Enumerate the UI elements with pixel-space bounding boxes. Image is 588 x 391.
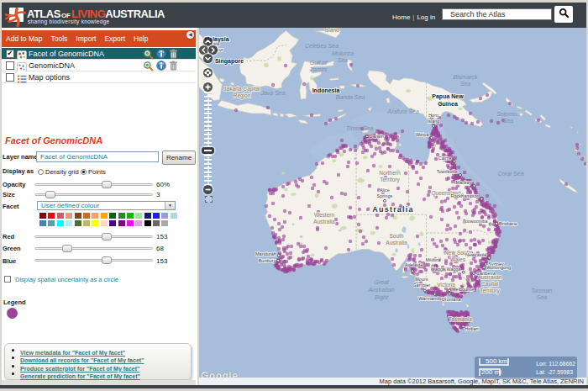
- layer-label: Facet of GenomicDNA: [29, 50, 104, 58]
- layer-row-genomicdna[interactable]: GenomicDNA: [2, 60, 196, 71]
- density-grid-radio[interactable]: [38, 169, 44, 175]
- uncertainty-checkbox[interactable]: [4, 276, 11, 283]
- map-canvas[interactable]: Celebes SeaIslandJava SeaGulf ofTominiMo…: [199, 28, 586, 385]
- facet-select[interactable]: User defined colour ▼: [37, 201, 176, 210]
- palette-swatch[interactable]: [101, 220, 108, 226]
- layer-row-facet-of-genomicdna[interactable]: ✔ Facet of GenomicDNA: [2, 48, 196, 60]
- palette-swatch[interactable]: [48, 220, 55, 226]
- map-label: Gulf of: [310, 60, 328, 66]
- palette-swatch[interactable]: [39, 213, 46, 219]
- opacity-slider-handle[interactable]: [102, 181, 112, 188]
- blue-slider-handle[interactable]: [102, 256, 112, 264]
- zoom-out-button[interactable]: [203, 185, 213, 194]
- link-item: Download all records for "Facet of My fa…: [5, 354, 191, 362]
- palette-swatch[interactable]: [66, 220, 72, 226]
- palette-swatch[interactable]: [75, 213, 81, 219]
- zoom-to-layer-icon[interactable]: [143, 61, 154, 71]
- palette-swatch[interactable]: [66, 213, 72, 219]
- zoom-to-layer-icon[interactable]: [143, 49, 154, 60]
- city-marker: [453, 161, 455, 163]
- zoom-tick: [204, 100, 212, 102]
- layer-name-input[interactable]: [36, 151, 159, 162]
- red-slider-handle[interactable]: [102, 233, 112, 240]
- palette-swatch[interactable]: [153, 220, 160, 226]
- coord-lat: Lat: -27.59983: [536, 368, 575, 377]
- map-label: Coral Sea: [497, 171, 523, 177]
- palette-swatch[interactable]: [153, 213, 160, 219]
- menu-item-tools[interactable]: Tools: [46, 30, 71, 47]
- layer-checkbox[interactable]: ✔: [6, 50, 14, 58]
- points-radio[interactable]: [81, 169, 87, 175]
- display-as-label: Display as: [3, 167, 34, 175]
- palette-swatch[interactable]: [118, 213, 125, 219]
- green-slider[interactable]: [34, 247, 153, 250]
- map-label: Tomini: [310, 66, 328, 72]
- palette-swatch[interactable]: [161, 213, 168, 219]
- green-slider-handle[interactable]: [62, 245, 72, 252]
- scale-km: 500 km: [486, 357, 507, 365]
- palette-swatch[interactable]: [127, 220, 134, 226]
- palette-swatch[interactable]: [101, 213, 108, 219]
- zoom-slider-track[interactable]: [207, 92, 209, 187]
- layer-label: Map options: [29, 73, 70, 82]
- layer-checkbox[interactable]: [6, 61, 14, 70]
- zoom-slider-handle[interactable]: [202, 147, 214, 154]
- palette-swatch[interactable]: [109, 220, 116, 226]
- map-label: Darwin: [370, 134, 384, 139]
- search-button[interactable]: [554, 6, 573, 23]
- home-link[interactable]: Home: [392, 13, 410, 21]
- palette-swatch[interactable]: [161, 220, 168, 226]
- map-label: Mildura: [425, 257, 441, 262]
- palette-swatch[interactable]: [171, 213, 177, 219]
- green-label: Green: [3, 245, 21, 252]
- layer-info-icon[interactable]: [156, 61, 166, 71]
- city-marker: [411, 270, 413, 272]
- menu-item-export[interactable]: Export: [100, 30, 129, 47]
- palette-swatch[interactable]: [92, 220, 98, 226]
- palette-swatch[interactable]: [75, 220, 81, 226]
- palette-swatch[interactable]: [39, 220, 46, 226]
- palette-swatch[interactable]: [144, 213, 151, 219]
- zoom-in-button[interactable]: [203, 82, 213, 92]
- palette-swatch[interactable]: [135, 213, 142, 219]
- map-label: Sea: [537, 294, 548, 300]
- palette-swatch[interactable]: [57, 213, 64, 219]
- size-slider-handle[interactable]: [45, 191, 55, 198]
- menu-item-help[interactable]: Help: [129, 30, 152, 47]
- palette-swatch[interactable]: [135, 220, 142, 226]
- pan-down-button[interactable]: [203, 54, 213, 63]
- prediction-link[interactable]: Generate prediction for "Facet of My fac…: [20, 373, 140, 379]
- palette-swatch[interactable]: [109, 213, 116, 219]
- search-input[interactable]: [442, 8, 552, 20]
- palette-swatch[interactable]: [144, 220, 151, 226]
- sidebar-collapse-button[interactable]: ◀: [186, 31, 194, 39]
- palette-swatch[interactable]: [127, 213, 134, 219]
- delete-layer-icon[interactable]: [169, 49, 178, 59]
- dropdown-arrow-icon[interactable]: ▼: [165, 202, 175, 209]
- reset-view-button[interactable]: [203, 68, 213, 77]
- scale-mi: 200 mi: [481, 368, 501, 376]
- palette-swatch[interactable]: [92, 213, 98, 219]
- login-link[interactable]: Log in: [417, 13, 435, 21]
- delete-layer-icon[interactable]: [169, 61, 178, 71]
- menu-item-add-to-map[interactable]: Add to Map: [2, 30, 46, 47]
- density-grid-label: Density grid: [45, 168, 79, 176]
- red-slider[interactable]: [34, 235, 153, 238]
- size-slider[interactable]: [34, 193, 153, 196]
- palette-swatch[interactable]: [57, 220, 64, 226]
- opacity-slider[interactable]: [34, 183, 153, 186]
- zoom-tick: [204, 167, 212, 169]
- layer-checkbox[interactable]: [6, 73, 14, 82]
- rename-button[interactable]: Rename: [162, 151, 196, 165]
- box-zoom-icon[interactable]: [205, 196, 213, 203]
- palette-swatch[interactable]: [48, 213, 55, 219]
- ala-logo[interactable]: [9, 8, 24, 22]
- menu-item-import[interactable]: Import: [71, 30, 100, 47]
- layer-info-icon[interactable]: [156, 49, 166, 59]
- palette-swatch[interactable]: [83, 220, 90, 226]
- layer-row-map-options[interactable]: Map options: [2, 71, 196, 83]
- palette-swatch[interactable]: [118, 220, 125, 226]
- palette-swatch[interactable]: [83, 213, 90, 219]
- city-marker: [449, 293, 451, 295]
- blue-slider[interactable]: [34, 259, 153, 262]
